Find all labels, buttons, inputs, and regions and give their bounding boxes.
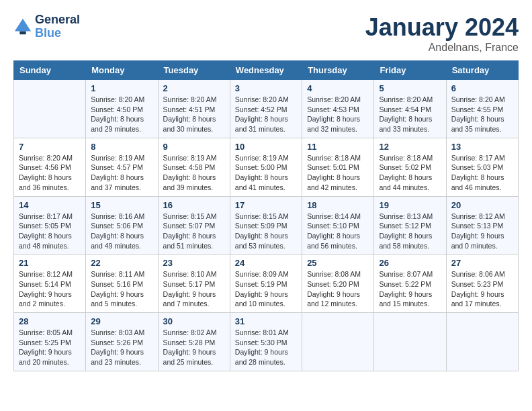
day-number: 21: [19, 258, 81, 268]
calendar-cell: 8Sunrise: 8:19 AMSunset: 4:57 PMDaylight…: [86, 138, 158, 196]
calendar-cell: 16Sunrise: 8:15 AMSunset: 5:07 PMDayligh…: [158, 196, 230, 255]
logo-text: General Blue: [35, 13, 80, 40]
calendar-cell: 15Sunrise: 8:16 AMSunset: 5:06 PMDayligh…: [86, 196, 158, 255]
day-info: Sunrise: 8:17 AMSunset: 5:05 PMDaylight:…: [19, 212, 81, 251]
day-number: 25: [307, 258, 369, 268]
title-block: January 2024 Andelnans, France: [365, 13, 519, 54]
column-header-wednesday: Wednesday: [230, 61, 302, 80]
day-info: Sunrise: 8:10 AMSunset: 5:17 PMDaylight:…: [163, 269, 225, 309]
day-info: Sunrise: 8:12 AMSunset: 5:14 PMDaylight:…: [19, 269, 81, 309]
column-header-sunday: Sunday: [14, 61, 86, 80]
calendar-cell: 29Sunrise: 8:03 AMSunset: 5:26 PMDayligh…: [86, 313, 158, 371]
day-number: 29: [91, 316, 152, 326]
day-number: 22: [91, 258, 152, 268]
day-number: 2: [163, 83, 225, 93]
calendar-week-row: 21Sunrise: 8:12 AMSunset: 5:14 PMDayligh…: [14, 255, 519, 313]
logo-icon: [13, 17, 32, 36]
calendar-cell: 27Sunrise: 8:06 AMSunset: 5:23 PMDayligh…: [446, 255, 518, 313]
column-header-saturday: Saturday: [446, 61, 518, 80]
calendar-cell: 9Sunrise: 8:19 AMSunset: 4:58 PMDaylight…: [158, 138, 230, 196]
day-number: 27: [451, 258, 513, 268]
month-title: January 2024: [365, 13, 519, 42]
calendar-cell: 4Sunrise: 8:20 AMSunset: 4:53 PMDaylight…: [302, 80, 374, 138]
page-header: General Blue January 2024 Andelnans, Fra…: [13, 13, 519, 54]
calendar-cell: 2Sunrise: 8:20 AMSunset: 4:51 PMDaylight…: [158, 80, 230, 138]
day-number: 10: [235, 142, 297, 152]
day-info: Sunrise: 8:07 AMSunset: 5:22 PMDaylight:…: [379, 269, 441, 309]
day-info: Sunrise: 8:20 AMSunset: 4:53 PMDaylight:…: [307, 95, 369, 134]
calendar-cell: 10Sunrise: 8:19 AMSunset: 5:00 PMDayligh…: [230, 138, 302, 196]
day-info: Sunrise: 8:20 AMSunset: 4:51 PMDaylight:…: [163, 95, 225, 134]
logo-line1: General: [35, 13, 80, 27]
day-number: 12: [379, 142, 441, 152]
day-info: Sunrise: 8:17 AMSunset: 5:03 PMDaylight:…: [451, 153, 513, 193]
day-info: Sunrise: 8:20 AMSunset: 4:54 PMDaylight:…: [379, 95, 441, 134]
calendar-cell: 26Sunrise: 8:07 AMSunset: 5:22 PMDayligh…: [374, 255, 446, 313]
calendar-cell: 23Sunrise: 8:10 AMSunset: 5:17 PMDayligh…: [158, 255, 230, 313]
location-title: Andelnans, France: [365, 42, 519, 54]
day-number: 13: [451, 142, 513, 152]
day-number: 4: [307, 83, 369, 93]
calendar-cell: 31Sunrise: 8:01 AMSunset: 5:30 PMDayligh…: [230, 313, 302, 371]
calendar-week-row: 7Sunrise: 8:20 AMSunset: 4:56 PMDaylight…: [14, 138, 519, 196]
day-number: 20: [451, 200, 513, 210]
day-number: 5: [379, 83, 441, 93]
calendar-cell: 30Sunrise: 8:02 AMSunset: 5:28 PMDayligh…: [158, 313, 230, 371]
calendar-cell: [14, 80, 86, 138]
day-info: Sunrise: 8:02 AMSunset: 5:28 PMDaylight:…: [163, 328, 225, 367]
column-header-thursday: Thursday: [302, 61, 374, 80]
day-number: 16: [163, 200, 225, 210]
calendar-cell: 20Sunrise: 8:12 AMSunset: 5:13 PMDayligh…: [446, 196, 518, 255]
day-number: 24: [235, 258, 297, 268]
calendar-cell: 24Sunrise: 8:09 AMSunset: 5:19 PMDayligh…: [230, 255, 302, 313]
calendar-cell: 28Sunrise: 8:05 AMSunset: 5:25 PMDayligh…: [14, 313, 86, 371]
day-info: Sunrise: 8:03 AMSunset: 5:26 PMDaylight:…: [91, 328, 152, 367]
day-number: 6: [451, 83, 513, 93]
logo: General Blue: [13, 13, 80, 40]
calendar-cell: 25Sunrise: 8:08 AMSunset: 5:20 PMDayligh…: [302, 255, 374, 313]
calendar-cell: 6Sunrise: 8:20 AMSunset: 4:55 PMDaylight…: [446, 80, 518, 138]
calendar-week-row: 28Sunrise: 8:05 AMSunset: 5:25 PMDayligh…: [14, 313, 519, 371]
day-number: 7: [19, 142, 81, 152]
day-info: Sunrise: 8:18 AMSunset: 5:02 PMDaylight:…: [379, 153, 441, 193]
day-info: Sunrise: 8:16 AMSunset: 5:06 PMDaylight:…: [91, 212, 152, 251]
day-info: Sunrise: 8:05 AMSunset: 5:25 PMDaylight:…: [19, 328, 81, 367]
calendar-cell: [446, 313, 518, 371]
day-number: 14: [19, 200, 81, 210]
day-number: 28: [19, 316, 81, 326]
day-info: Sunrise: 8:20 AMSunset: 4:56 PMDaylight:…: [19, 153, 81, 193]
day-info: Sunrise: 8:19 AMSunset: 4:57 PMDaylight:…: [91, 153, 152, 193]
calendar-header-row: SundayMondayTuesdayWednesdayThursdayFrid…: [14, 61, 519, 80]
calendar-cell: 11Sunrise: 8:18 AMSunset: 5:01 PMDayligh…: [302, 138, 374, 196]
calendar-cell: 17Sunrise: 8:15 AMSunset: 5:09 PMDayligh…: [230, 196, 302, 255]
day-number: 11: [307, 142, 369, 152]
day-info: Sunrise: 8:12 AMSunset: 5:13 PMDaylight:…: [451, 212, 513, 251]
day-number: 26: [379, 258, 441, 268]
column-header-friday: Friday: [374, 61, 446, 80]
calendar-cell: [302, 313, 374, 371]
day-info: Sunrise: 8:13 AMSunset: 5:12 PMDaylight:…: [379, 212, 441, 251]
calendar-cell: 1Sunrise: 8:20 AMSunset: 4:50 PMDaylight…: [86, 80, 158, 138]
day-info: Sunrise: 8:14 AMSunset: 5:10 PMDaylight:…: [307, 212, 369, 251]
svg-rect-1: [19, 31, 26, 34]
calendar-cell: 18Sunrise: 8:14 AMSunset: 5:10 PMDayligh…: [302, 196, 374, 255]
calendar-cell: 12Sunrise: 8:18 AMSunset: 5:02 PMDayligh…: [374, 138, 446, 196]
calendar-cell: 3Sunrise: 8:20 AMSunset: 4:52 PMDaylight…: [230, 80, 302, 138]
calendar-table: SundayMondayTuesdayWednesdayThursdayFrid…: [13, 60, 519, 371]
calendar-cell: [374, 313, 446, 371]
day-info: Sunrise: 8:20 AMSunset: 4:52 PMDaylight:…: [235, 95, 297, 134]
day-info: Sunrise: 8:08 AMSunset: 5:20 PMDaylight:…: [307, 269, 369, 309]
column-header-monday: Monday: [86, 61, 158, 80]
day-info: Sunrise: 8:18 AMSunset: 5:01 PMDaylight:…: [307, 153, 369, 193]
day-info: Sunrise: 8:15 AMSunset: 5:07 PMDaylight:…: [163, 212, 225, 251]
day-number: 3: [235, 83, 297, 93]
calendar-cell: 22Sunrise: 8:11 AMSunset: 5:16 PMDayligh…: [86, 255, 158, 313]
day-number: 23: [163, 258, 225, 268]
day-info: Sunrise: 8:01 AMSunset: 5:30 PMDaylight:…: [235, 328, 297, 367]
calendar-cell: 13Sunrise: 8:17 AMSunset: 5:03 PMDayligh…: [446, 138, 518, 196]
calendar-cell: 21Sunrise: 8:12 AMSunset: 5:14 PMDayligh…: [14, 255, 86, 313]
logo-line2: Blue: [35, 27, 80, 40]
day-number: 8: [91, 142, 152, 152]
day-number: 30: [163, 316, 225, 326]
day-info: Sunrise: 8:06 AMSunset: 5:23 PMDaylight:…: [451, 269, 513, 309]
